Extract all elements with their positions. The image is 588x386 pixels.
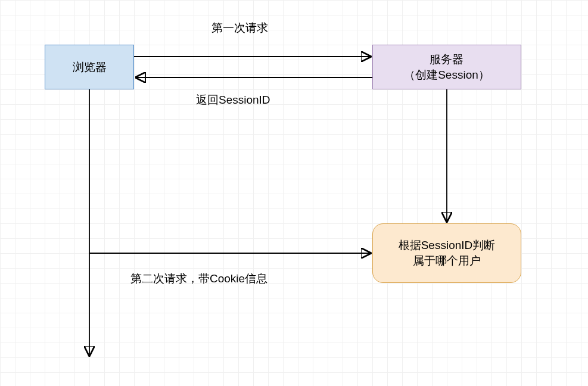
node-judge-label: 根据SessionID判断 属于哪个用户 xyxy=(399,238,496,268)
edge-label-return-session: 返回SessionID xyxy=(196,92,270,108)
node-judge: 根据SessionID判断 属于哪个用户 xyxy=(372,223,521,283)
edge-label-first-request: 第一次请求 xyxy=(211,20,268,36)
node-browser-label: 浏览器 xyxy=(73,60,107,75)
node-server: 服务器 （创建Session） xyxy=(372,45,521,89)
node-server-label: 服务器 （创建Session） xyxy=(404,52,490,82)
edge-label-second-request: 第二次请求，带Cookie信息 xyxy=(130,271,267,287)
node-browser: 浏览器 xyxy=(45,45,134,89)
